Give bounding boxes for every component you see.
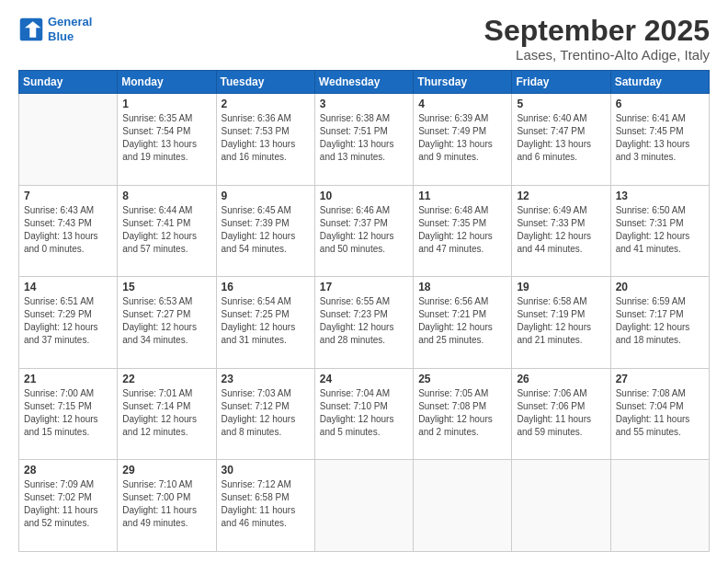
cell-w5-d1: 28Sunrise: 7:09 AMSunset: 7:02 PMDayligh… [19,460,118,552]
header-row: Sunday Monday Tuesday Wednesday Thursday… [19,71,710,94]
title-block: September 2025 Lases, Trentino-Alto Adig… [484,15,710,63]
cell-w5-d3: 30Sunrise: 7:12 AMSunset: 6:58 PMDayligh… [216,460,314,552]
logo-text: General Blue [48,15,92,43]
week-row-3: 14Sunrise: 6:51 AMSunset: 7:29 PMDayligh… [19,277,710,369]
day-number: 25 [418,373,506,385]
cell-w2-d5: 11Sunrise: 6:48 AMSunset: 7:35 PMDayligh… [414,185,512,277]
day-number: 20 [616,281,704,293]
day-detail: Sunrise: 7:08 AMSunset: 7:04 PMDaylight:… [616,387,704,439]
header: General Blue September 2025 Lases, Trent… [18,15,710,63]
day-detail: Sunrise: 6:59 AMSunset: 7:17 PMDaylight:… [616,295,704,347]
cell-w1-d6: 5Sunrise: 6:40 AMSunset: 7:47 PMDaylight… [512,94,610,186]
cell-w3-d2: 15Sunrise: 6:53 AMSunset: 7:27 PMDayligh… [118,277,216,369]
day-detail: Sunrise: 6:45 AMSunset: 7:39 PMDaylight:… [222,204,310,256]
cell-w4-d4: 24Sunrise: 7:04 AMSunset: 7:10 PMDayligh… [314,368,413,460]
cell-w2-d3: 9Sunrise: 6:45 AMSunset: 7:39 PMDaylight… [216,185,314,277]
day-detail: Sunrise: 6:39 AMSunset: 7:49 PMDaylight:… [418,112,506,164]
day-number: 4 [418,98,506,110]
cell-w3-d7: 20Sunrise: 6:59 AMSunset: 7:17 PMDayligh… [610,277,709,369]
day-number: 17 [320,281,408,293]
logo-blue: Blue [48,29,92,44]
cell-w3-d4: 17Sunrise: 6:55 AMSunset: 7:23 PMDayligh… [314,277,413,369]
day-number: 3 [320,98,408,110]
col-monday: Monday [118,71,216,94]
calendar-table: Sunday Monday Tuesday Wednesday Thursday… [18,70,710,552]
day-detail: Sunrise: 6:46 AMSunset: 7:37 PMDaylight:… [320,204,408,256]
day-detail: Sunrise: 7:12 AMSunset: 6:58 PMDaylight:… [222,478,310,530]
day-detail: Sunrise: 6:56 AMSunset: 7:21 PMDaylight:… [418,295,506,347]
day-number: 28 [24,464,112,477]
day-number: 6 [616,98,704,110]
day-number: 5 [517,98,605,110]
cell-w5-d6 [512,460,610,552]
day-number: 1 [122,98,210,110]
day-detail: Sunrise: 7:05 AMSunset: 7:08 PMDaylight:… [418,387,506,439]
day-number: 14 [24,281,112,293]
day-number: 15 [122,281,210,293]
cell-w1-d2: 1Sunrise: 6:35 AMSunset: 7:54 PMDaylight… [118,94,216,186]
day-detail: Sunrise: 7:09 AMSunset: 7:02 PMDaylight:… [24,478,112,530]
day-detail: Sunrise: 6:55 AMSunset: 7:23 PMDaylight:… [320,295,408,347]
day-detail: Sunrise: 6:50 AMSunset: 7:31 PMDaylight:… [616,204,704,256]
day-detail: Sunrise: 6:58 AMSunset: 7:19 PMDaylight:… [517,295,605,347]
day-detail: Sunrise: 6:51 AMSunset: 7:29 PMDaylight:… [24,295,112,347]
day-detail: Sunrise: 7:10 AMSunset: 7:00 PMDaylight:… [122,478,210,530]
day-number: 27 [616,373,704,385]
cell-w1-d4: 3Sunrise: 6:38 AMSunset: 7:51 PMDaylight… [314,94,413,186]
cell-w5-d4 [314,460,413,552]
day-detail: Sunrise: 6:41 AMSunset: 7:45 PMDaylight:… [616,112,704,164]
cell-w3-d3: 16Sunrise: 6:54 AMSunset: 7:25 PMDayligh… [216,277,314,369]
day-detail: Sunrise: 6:36 AMSunset: 7:53 PMDaylight:… [222,112,310,164]
day-number: 19 [517,281,605,293]
cell-w3-d1: 14Sunrise: 6:51 AMSunset: 7:29 PMDayligh… [19,277,118,369]
col-tuesday: Tuesday [216,71,314,94]
day-number: 22 [122,373,210,385]
cell-w2-d4: 10Sunrise: 6:46 AMSunset: 7:37 PMDayligh… [314,185,413,277]
cell-w4-d6: 26Sunrise: 7:06 AMSunset: 7:06 PMDayligh… [512,368,610,460]
week-row-4: 21Sunrise: 7:00 AMSunset: 7:15 PMDayligh… [19,368,710,460]
day-detail: Sunrise: 6:44 AMSunset: 7:41 PMDaylight:… [122,204,210,256]
day-detail: Sunrise: 6:40 AMSunset: 7:47 PMDaylight:… [517,112,605,164]
cell-w5-d5 [414,460,512,552]
day-number: 18 [418,281,506,293]
day-number: 9 [222,190,310,202]
day-detail: Sunrise: 7:03 AMSunset: 7:12 PMDaylight:… [222,387,310,439]
day-number: 10 [320,190,408,202]
cell-w1-d1 [19,94,118,186]
cell-w2-d7: 13Sunrise: 6:50 AMSunset: 7:31 PMDayligh… [610,185,709,277]
col-sunday: Sunday [19,71,118,94]
cell-w3-d5: 18Sunrise: 6:56 AMSunset: 7:21 PMDayligh… [414,277,512,369]
month-title: September 2025 [484,15,710,47]
cell-w4-d1: 21Sunrise: 7:00 AMSunset: 7:15 PMDayligh… [19,368,118,460]
col-wednesday: Wednesday [314,71,413,94]
day-number: 30 [222,464,310,477]
day-number: 26 [517,373,605,385]
cell-w2-d6: 12Sunrise: 6:49 AMSunset: 7:33 PMDayligh… [512,185,610,277]
col-thursday: Thursday [414,71,512,94]
week-row-2: 7Sunrise: 6:43 AMSunset: 7:43 PMDaylight… [19,185,710,277]
day-number: 21 [24,373,112,385]
day-detail: Sunrise: 7:01 AMSunset: 7:14 PMDaylight:… [122,387,210,439]
day-number: 29 [122,464,210,477]
day-detail: Sunrise: 6:49 AMSunset: 7:33 PMDaylight:… [517,204,605,256]
cell-w1-d3: 2Sunrise: 6:36 AMSunset: 7:53 PMDaylight… [216,94,314,186]
day-number: 8 [122,190,210,202]
page: General Blue September 2025 Lases, Trent… [0,0,728,563]
day-number: 7 [24,190,112,202]
day-number: 13 [616,190,704,202]
col-saturday: Saturday [610,71,709,94]
col-friday: Friday [512,71,610,94]
location-subtitle: Lases, Trentino-Alto Adige, Italy [484,47,710,63]
logo-icon [18,17,44,42]
day-number: 23 [222,373,310,385]
cell-w1-d5: 4Sunrise: 6:39 AMSunset: 7:49 PMDaylight… [414,94,512,186]
day-number: 16 [222,281,310,293]
cell-w2-d1: 7Sunrise: 6:43 AMSunset: 7:43 PMDaylight… [19,185,118,277]
cell-w5-d2: 29Sunrise: 7:10 AMSunset: 7:00 PMDayligh… [118,460,216,552]
week-row-1: 1Sunrise: 6:35 AMSunset: 7:54 PMDaylight… [19,94,710,186]
day-detail: Sunrise: 6:53 AMSunset: 7:27 PMDaylight:… [122,295,210,347]
cell-w4-d3: 23Sunrise: 7:03 AMSunset: 7:12 PMDayligh… [216,368,314,460]
cell-w2-d2: 8Sunrise: 6:44 AMSunset: 7:41 PMDaylight… [118,185,216,277]
cell-w3-d6: 19Sunrise: 6:58 AMSunset: 7:19 PMDayligh… [512,277,610,369]
day-detail: Sunrise: 7:00 AMSunset: 7:15 PMDaylight:… [24,387,112,439]
